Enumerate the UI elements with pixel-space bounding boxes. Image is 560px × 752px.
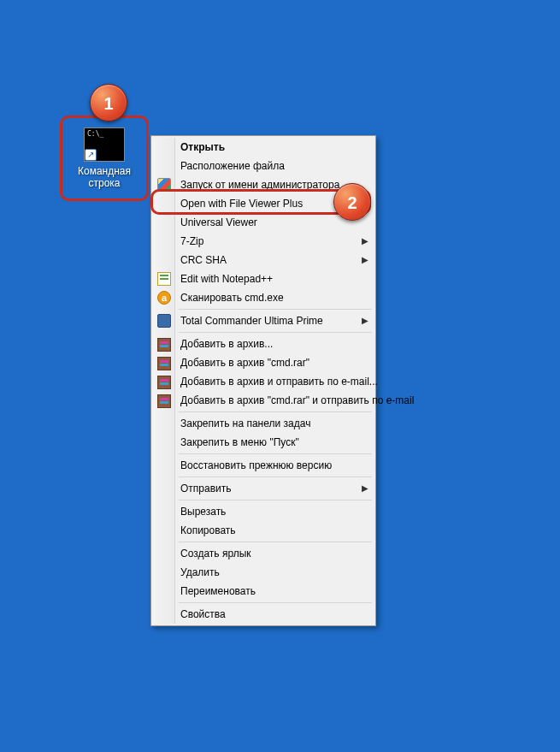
menu-separator [179,309,372,310]
winrar-icon [157,394,171,408]
winrar-icon [157,376,171,389]
menu-item-pin-taskbar[interactable]: Закрепить на панели задач [153,414,374,433]
shield-icon [157,178,171,192]
annotation-badge-1: 1 [90,84,127,121]
menu-label: CRC SHA [180,254,227,266]
total-commander-icon [157,314,171,328]
menu-separator [179,332,372,333]
menu-separator [179,602,372,603]
desktop-shortcut-cmd[interactable]: ↗ Командная строка [68,124,140,189]
menu-label: Закрепить на панели задач [180,417,310,429]
menu-separator [179,500,372,500]
menu-separator [179,453,372,454]
menu-item-copy[interactable]: Копировать [153,521,374,540]
menu-separator [179,412,372,412]
chevron-right-icon: ▶ [362,311,368,330]
chevron-right-icon: ▶ [362,232,368,251]
menu-label: Open with File Viewer Plus [180,198,303,210]
annotation-badge-2: 2 [333,183,371,221]
menu-label: Переименовать [180,585,256,597]
menu-label: Закрепить в меню "Пуск" [180,436,299,448]
menu-item-crc-sha[interactable]: CRC SHA ▶ [153,251,374,269]
cmd-icon: ↗ [84,127,125,162]
menu-item-7zip[interactable]: 7-Zip ▶ [153,232,374,251]
avast-icon [157,291,171,305]
shortcut-arrow-icon: ↗ [85,149,97,161]
chevron-right-icon: ▶ [362,479,368,498]
menu-item-cut[interactable]: Вырезать [153,502,374,521]
menu-item-properties[interactable]: Свойства [153,605,374,624]
menu-item-add-cmd-rar-email[interactable]: Добавить в архив "cmd.rar" и отправить п… [153,391,374,410]
menu-label: Копировать [180,524,236,536]
menu-item-rename[interactable]: Переименовать [153,582,374,601]
chevron-right-icon: ▶ [362,251,368,269]
menu-label: Отправить [180,483,232,494]
menu-item-pin-start[interactable]: Закрепить в меню "Пуск" [153,433,374,452]
menu-label: Расположение файла [180,160,285,172]
menu-label: Создать ярлык [180,548,251,560]
menu-item-add-cmd-rar[interactable]: Добавить в архив "cmd.rar" [153,353,374,372]
menu-item-file-location[interactable]: Расположение файла [153,157,374,175]
menu-item-delete[interactable]: Удалить [153,563,374,582]
menu-label: Запуск от имени администратора [180,179,339,191]
winrar-icon [157,357,171,370]
menu-label: Добавить в архив "cmd.rar" и отправить п… [180,394,414,406]
menu-separator [179,477,372,477]
menu-label: 7-Zip [180,235,203,247]
menu-label: Total Commander Ultima Prime [180,315,323,327]
menu-item-edit-notepad[interactable]: Edit with Notepad++ [153,269,374,288]
menu-label: Добавить в архив "cmd.rar" [180,357,309,369]
menu-label: Восстановить прежнюю версию [180,459,332,471]
menu-item-open[interactable]: Открыть [153,138,374,157]
winrar-icon [157,338,171,352]
desktop-shortcut-label: Командная строка [68,165,140,189]
menu-item-scan-cmd[interactable]: Сканировать cmd.exe [153,288,374,307]
menu-item-restore-previous[interactable]: Восстановить прежнюю версию [153,456,374,475]
menu-item-send-to[interactable]: Отправить ▶ [153,479,374,498]
notepad-icon [157,272,171,286]
menu-item-add-archive[interactable]: Добавить в архив... [153,335,374,353]
menu-separator [179,542,372,542]
menu-label: Добавить в архив и отправить по e-mail..… [180,376,378,388]
menu-label: Universal Viewer [180,216,257,228]
menu-label: Сканировать cmd.exe [180,292,284,304]
menu-label: Удалить [180,566,220,578]
menu-label: Edit with Notepad++ [180,273,273,285]
menu-label: Добавить в архив... [180,338,273,350]
menu-label: Свойства [180,608,226,620]
menu-item-create-shortcut[interactable]: Создать ярлык [153,544,374,563]
menu-label: Открыть [180,141,225,153]
menu-item-total-commander[interactable]: Total Commander Ultima Prime ▶ [153,311,374,330]
menu-label: Вырезать [180,506,226,518]
menu-item-add-archive-email[interactable]: Добавить в архив и отправить по e-mail..… [153,372,374,391]
